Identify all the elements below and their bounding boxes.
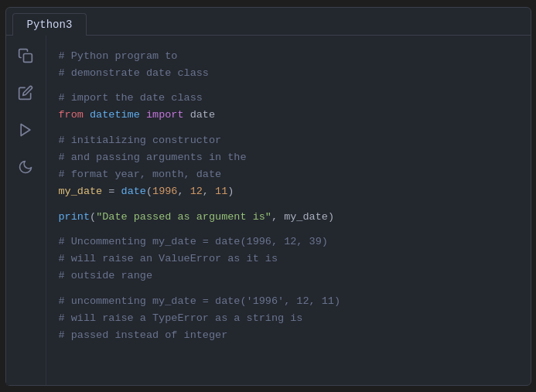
code-line: # format year, month, date <box>59 166 518 183</box>
editor-window: Python3 <box>5 7 531 386</box>
code-line: # import the date class <box>59 90 518 107</box>
code-line: # outside range <box>59 268 518 285</box>
code-line: # initializing constructor <box>59 132 518 149</box>
run-icon[interactable] <box>15 119 36 141</box>
tab-bar: Python3 <box>6 8 531 36</box>
assignment-line: my_date = date(1996, 12, 11) <box>59 183 518 200</box>
code-line: # will raise a TypeError as a string is <box>59 310 518 327</box>
code-line: # passed instead of integer <box>59 327 518 344</box>
sidebar <box>6 36 46 385</box>
code-line: # and passing arguments in the <box>59 149 518 166</box>
edit-icon[interactable] <box>15 82 36 104</box>
svg-marker-1 <box>21 124 30 135</box>
svg-rect-0 <box>24 53 32 62</box>
print-line: print("Date passed as argument is", my_d… <box>59 209 518 226</box>
copy-icon[interactable] <box>15 45 36 66</box>
code-line: # uncommenting my_date = date('1996', 12… <box>59 293 518 310</box>
code-line: # Python program to <box>59 48 518 65</box>
import-line: from datetime import date <box>59 107 518 124</box>
code-line: # Uncommenting my_date = date(1996, 12, … <box>59 233 518 251</box>
code-line: # demonstrate date class <box>59 65 518 82</box>
moon-icon[interactable] <box>15 156 36 178</box>
main-content: # Python program to # demonstrate date c… <box>6 36 531 385</box>
python3-tab[interactable]: Python3 <box>12 13 87 36</box>
code-editor: # Python program to # demonstrate date c… <box>46 36 531 385</box>
code-line: # will raise an ValueError as it is <box>59 251 518 268</box>
